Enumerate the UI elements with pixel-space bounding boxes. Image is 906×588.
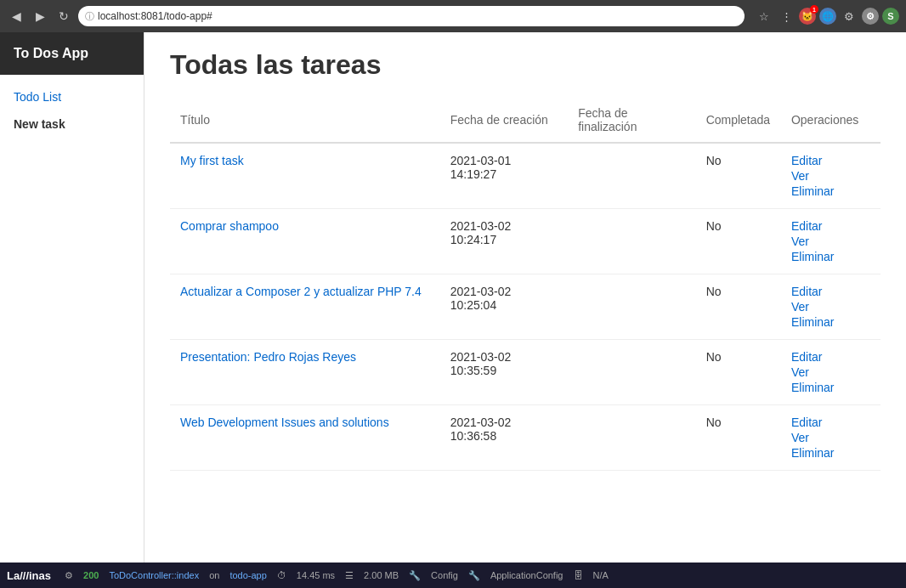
task-finished-date <box>568 209 695 274</box>
status-code: 200 <box>83 570 99 580</box>
url-bar[interactable]: ⓘ localhost:8081/todo-app# <box>78 6 745 26</box>
url-text: localhost:8081/todo-app# <box>98 10 738 22</box>
status-clock-icon: ⏱ <box>277 570 286 580</box>
task-op-eliminar[interactable]: Eliminar <box>791 250 870 263</box>
app-layout: To Dos App Todo List New task Todas las … <box>0 32 906 563</box>
task-op-editar[interactable]: Editar <box>791 285 870 298</box>
status-wrench-icon: 🔧 <box>409 570 421 581</box>
col-header-created: Fecha de creación <box>440 98 568 143</box>
status-controller[interactable]: ToDoController::index <box>109 570 199 580</box>
table-header-row: Título Fecha de creación Fecha de finali… <box>170 98 881 143</box>
status-gear: ⚙ <box>65 570 73 581</box>
back-button[interactable]: ◀ <box>7 7 25 25</box>
task-created-date: 2021-03-02 10:25:04 <box>440 274 568 340</box>
task-created-date: 2021-03-02 10:36:58 <box>440 405 568 471</box>
status-app-config[interactable]: ApplicationConfig <box>490 570 563 580</box>
table-row: Presentation: Pedro Rojas Reyes2021-03-0… <box>170 340 881 405</box>
task-title-link[interactable]: Actualizar a Composer 2 y actualizar PHP… <box>180 285 422 298</box>
col-header-completed: Completada <box>696 98 781 143</box>
task-title-link[interactable]: Web Development Issues and solutions <box>180 416 389 429</box>
status-time: 14.45 ms <box>297 570 335 580</box>
main-content: Todas las tareas Título Fecha de creació… <box>144 32 906 563</box>
task-op-ver[interactable]: Ver <box>791 235 870 248</box>
extension-2[interactable]: 🌐 <box>819 8 836 25</box>
task-op-editar[interactable]: Editar <box>791 154 870 167</box>
task-finished-date <box>568 274 695 340</box>
task-operations: EditarVerEliminar <box>781 340 881 405</box>
browser-bar: ◀ ▶ ↻ ⓘ localhost:8081/todo-app# ☆ ⋮ 🐱 1… <box>0 0 906 32</box>
table-row: Web Development Issues and solutions2021… <box>170 405 881 471</box>
browser-actions: ☆ ⋮ 🐱 1 🌐 ⚙ ⚙ S <box>755 7 899 25</box>
task-op-ver[interactable]: Ver <box>791 431 870 444</box>
sidebar-item-todo-list[interactable]: Todo List <box>0 83 144 110</box>
info-icon: ⓘ <box>85 10 94 23</box>
forward-button[interactable]: ▶ <box>31 7 49 25</box>
task-op-ver[interactable]: Ver <box>791 169 870 183</box>
task-finished-date <box>568 405 695 471</box>
col-header-operations: Operaciones <box>781 98 881 143</box>
task-finished-date <box>568 143 695 209</box>
task-op-eliminar[interactable]: Eliminar <box>791 446 870 460</box>
task-finished-date <box>568 340 695 405</box>
extension-4[interactable]: S <box>882 8 899 25</box>
task-title-link[interactable]: Comprar shampoo <box>180 219 279 233</box>
task-created-date: 2021-03-02 10:24:17 <box>440 209 568 274</box>
task-operations: EditarVerEliminar <box>781 274 881 340</box>
reload-button[interactable]: ↻ <box>54 7 73 25</box>
task-op-ver[interactable]: Ver <box>791 300 870 314</box>
share-button[interactable]: ⋮ <box>777 7 796 25</box>
task-completed-status: No <box>696 143 781 209</box>
task-title-link[interactable]: Presentation: Pedro Rojas Reyes <box>180 350 356 364</box>
task-completed-status: No <box>696 340 781 405</box>
status-on: on <box>209 570 219 580</box>
status-memory: 2.00 MB <box>364 570 399 580</box>
table-row: Actualizar a Composer 2 y actualizar PHP… <box>170 274 881 340</box>
task-completed-status: No <box>696 274 781 340</box>
star-button[interactable]: ☆ <box>755 7 773 25</box>
status-na: N/A <box>593 570 609 580</box>
task-completed-status: No <box>696 209 781 274</box>
col-header-finished: Fecha de finalización <box>568 98 695 143</box>
task-table: Título Fecha de creación Fecha de finali… <box>170 98 881 471</box>
task-title-link[interactable]: My first task <box>180 154 244 167</box>
sidebar-item-new-task[interactable]: New task <box>0 110 144 138</box>
page-title: Todas las tareas <box>170 49 881 81</box>
task-op-editar[interactable]: Editar <box>791 416 870 429</box>
task-op-ver[interactable]: Ver <box>791 365 870 379</box>
task-operations: EditarVerEliminar <box>781 143 881 209</box>
ext-badge: 1 <box>810 5 818 14</box>
sidebar: To Dos App Todo List New task <box>0 32 144 563</box>
task-operations: EditarVerEliminar <box>781 209 881 274</box>
task-op-editar[interactable]: Editar <box>791 219 870 233</box>
extension-1[interactable]: 🐱 1 <box>799 8 816 25</box>
status-db-icon: 🗄 <box>574 570 583 580</box>
status-memory-icon: ☰ <box>345 570 354 581</box>
task-op-eliminar[interactable]: Eliminar <box>791 381 870 394</box>
sidebar-nav: Todo List New task <box>0 75 144 563</box>
table-row: Comprar shampoo2021-03-02 10:24:17NoEdit… <box>170 209 881 274</box>
status-bar: La///inas ⚙ 200 ToDoController::index on… <box>0 563 906 588</box>
status-wrench2-icon: 🔧 <box>468 570 480 581</box>
task-operations: EditarVerEliminar <box>781 405 881 471</box>
table-row: My first task2021-03-01 14:19:27NoEditar… <box>170 143 881 209</box>
task-op-eliminar[interactable]: Eliminar <box>791 315 870 329</box>
extension-3[interactable]: ⚙ <box>862 8 879 25</box>
task-op-editar[interactable]: Editar <box>791 350 870 364</box>
settings-button[interactable]: ⚙ <box>840 7 858 25</box>
col-header-title: Título <box>170 98 440 143</box>
sidebar-title: To Dos App <box>0 32 144 75</box>
task-created-date: 2021-03-01 14:19:27 <box>440 143 568 209</box>
task-completed-status: No <box>696 405 781 471</box>
status-app[interactable]: todo-app <box>229 570 266 580</box>
status-logo: La///inas <box>7 569 51 582</box>
task-op-eliminar[interactable]: Eliminar <box>791 184 870 198</box>
task-created-date: 2021-03-02 10:35:59 <box>440 340 568 405</box>
status-config[interactable]: Config <box>431 570 458 580</box>
